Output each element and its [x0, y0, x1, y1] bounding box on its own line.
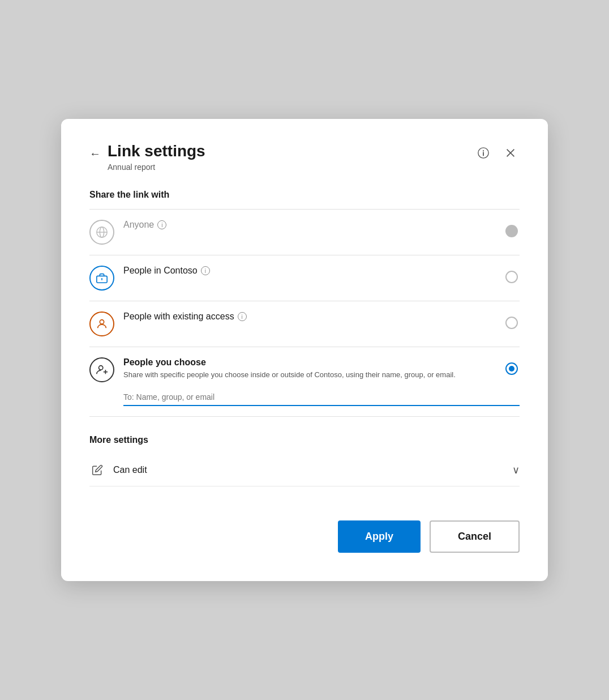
briefcase-icon — [89, 266, 114, 291]
link-settings-dialog: ← Link settings Annual report Share the — [61, 119, 548, 582]
existing-access-radio-outer — [505, 317, 518, 329]
choose-title: People you choose — [123, 357, 504, 368]
header-actions — [474, 144, 520, 162]
existing-access-info-icon[interactable]: i — [238, 312, 247, 321]
choose-radio-outer — [505, 362, 518, 375]
share-options-list: Anyone i People in Contoso i — [89, 209, 520, 417]
anyone-toggle[interactable] — [504, 223, 520, 239]
existing-access-title: People with existing access i — [123, 311, 504, 322]
dialog-subtitle: Annual report — [108, 163, 474, 172]
svg-point-11 — [99, 366, 103, 370]
existing-access-radio[interactable] — [504, 315, 520, 331]
choose-radio-inner — [509, 366, 514, 372]
option-people-in-contoso[interactable]: People in Contoso i — [89, 255, 520, 301]
choose-content: People you choose Share with specific pe… — [123, 357, 504, 380]
pencil-icon — [89, 462, 105, 478]
globe-icon — [89, 220, 114, 245]
cancel-button[interactable]: Cancel — [430, 520, 520, 553]
can-edit-row[interactable]: Can edit ∨ — [89, 454, 520, 486]
header-titles: Link settings Annual report — [108, 142, 474, 172]
chevron-down-icon: ∨ — [512, 464, 520, 476]
contoso-radio[interactable] — [504, 269, 520, 285]
more-settings-section: More settings Can edit ∨ — [89, 435, 520, 486]
contoso-radio-outer — [505, 271, 518, 283]
option-people-you-choose[interactable]: People you choose Share with specific pe… — [89, 347, 520, 417]
info-button[interactable] — [474, 144, 492, 162]
option-existing-access[interactable]: People with existing access i — [89, 301, 520, 347]
back-button[interactable]: ← — [89, 145, 108, 163]
person-add-icon — [89, 357, 114, 382]
apply-button[interactable]: Apply — [338, 520, 421, 553]
dialog-title: Link settings — [108, 142, 474, 161]
name-input-wrap — [89, 389, 520, 406]
footer-actions: Apply Cancel — [89, 520, 520, 553]
anyone-title: Anyone i — [123, 220, 504, 230]
person-icon — [89, 311, 114, 336]
can-edit-label: Can edit — [113, 465, 512, 475]
anyone-content: Anyone i — [123, 220, 504, 230]
share-section-label: Share the link with — [89, 190, 520, 200]
svg-point-10 — [100, 320, 104, 324]
contoso-content: People in Contoso i — [123, 266, 504, 276]
existing-access-content: People with existing access i — [123, 311, 504, 322]
anyone-info-icon[interactable]: i — [157, 220, 166, 229]
dialog-header: ← Link settings Annual report — [89, 142, 520, 172]
contoso-info-icon[interactable]: i — [201, 266, 210, 275]
close-button[interactable] — [501, 144, 520, 162]
option-anyone[interactable]: Anyone i — [89, 210, 520, 255]
choose-radio[interactable] — [504, 361, 520, 377]
anyone-toggle-circle — [505, 225, 518, 237]
contoso-title: People in Contoso i — [123, 266, 504, 276]
name-group-email-input[interactable] — [123, 389, 520, 406]
more-settings-label: More settings — [89, 435, 520, 445]
choose-desc: Share with specific people you choose in… — [123, 370, 504, 380]
